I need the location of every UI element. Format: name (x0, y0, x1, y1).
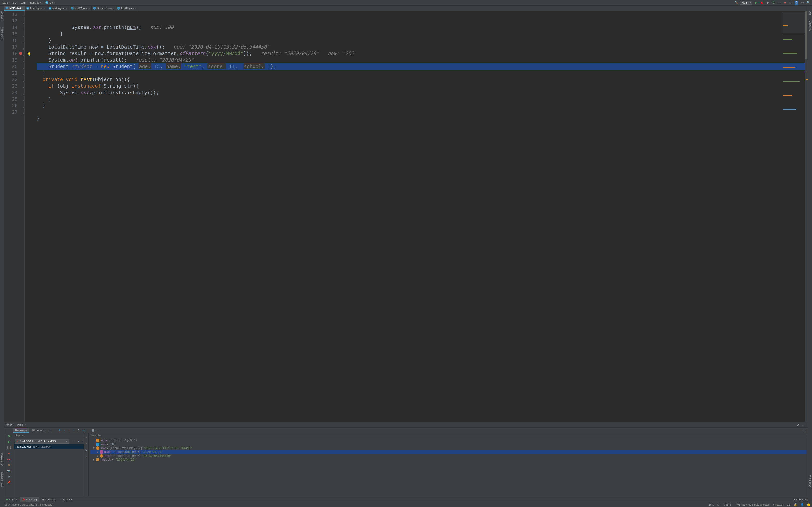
run-config-select[interactable]: Main (740, 1, 752, 5)
crumb-nasaiboy[interactable]: nasaiboy (30, 1, 41, 4)
file-tab-main[interactable]: C Main.java × (4, 6, 25, 11)
breakpoint-icon[interactable] (19, 52, 22, 55)
close-icon[interactable]: × (89, 7, 90, 10)
fold-icon[interactable]: ⊟ (23, 33, 24, 39)
run-tool-tab[interactable]: ▶ 4: Run (4, 497, 19, 502)
code-line[interactable]: LocalDateTime now = LocalDateTime.now();… (37, 44, 808, 50)
variable-row[interactable]: ▼ now = {LocalDateTime@912} "2020-04-29T… (90, 446, 806, 450)
rerun-icon[interactable]: ↻ (7, 434, 11, 438)
next-frame-icon[interactable]: ↓ (73, 440, 77, 443)
variable-row[interactable]: num = 100 (90, 442, 806, 446)
crumb-main[interactable]: Main (49, 1, 55, 4)
fold-icon[interactable]: ⊟ (23, 91, 24, 98)
editor-scrollbar[interactable] (805, 11, 808, 422)
debug-config-tab[interactable]: Main × (15, 422, 27, 427)
profile-icon[interactable]: ⏱ (771, 1, 775, 5)
code-line[interactable]: System.out.println(str.isEmpty()); (37, 89, 808, 96)
frame-row[interactable]: main:18, Main (com.nasaiboy) (14, 445, 84, 449)
variable-row[interactable]: args = {String[0]@914} (90, 439, 806, 442)
fold-icon[interactable]: ⊟ (23, 98, 24, 104)
fold-icon[interactable]: ⊟ (23, 13, 24, 19)
threads-icon[interactable]: ≡ (49, 429, 52, 432)
minimize-icon[interactable]: — (802, 423, 806, 427)
scrollbar-thumb[interactable] (806, 11, 807, 59)
database-tool[interactable]: Database (809, 20, 812, 32)
indent-status[interactable]: 4 spaces (773, 503, 784, 506)
copy-icon[interactable]: ⧉ (85, 448, 88, 451)
file-tab-test03[interactable]: C test03.java × (25, 6, 47, 11)
settings-icon[interactable]: ⚙ (796, 423, 800, 427)
code-line[interactable]: } (37, 102, 808, 109)
favorites-tool[interactable]: 2: Favorites (0, 452, 4, 467)
debug-tool-tab[interactable]: 🐞 5: Debug (20, 497, 39, 502)
crumb-com[interactable]: com (20, 1, 26, 4)
code-area[interactable]: System.out.println(num); num: 100 } } Lo… (24, 11, 808, 422)
build-icon[interactable]: 🔨 (734, 1, 738, 5)
code-line[interactable]: } (37, 31, 808, 37)
fold-icon[interactable]: ⊟ (23, 59, 24, 65)
variable-row[interactable]: ▶ result = "2020/04/29" (90, 458, 806, 462)
encoding[interactable]: UTF-8 (724, 503, 731, 506)
fold-icon[interactable]: ⊟ (23, 85, 24, 91)
code-line[interactable]: private void test(Object obj){ (37, 76, 808, 83)
evaluate-icon[interactable]: ▦ (91, 429, 95, 432)
code-line[interactable]: Student student = new Student( age: 18, … (37, 63, 808, 70)
code-line[interactable]: if (obj instanceof String str){ (37, 83, 808, 89)
inspector-icon[interactable]: 👤 (800, 503, 804, 506)
file-tab-test02[interactable]: C test02.java × (69, 6, 92, 11)
code-line[interactable] (37, 109, 808, 115)
prev-frame-icon[interactable]: ↑ (70, 440, 73, 443)
pin-icon[interactable]: 📌 (7, 481, 11, 484)
coverage-icon[interactable]: ◐ (766, 1, 769, 5)
dump-icon[interactable]: 📷 (7, 469, 11, 472)
structure-tool[interactable]: 7: Structure (0, 26, 4, 41)
up-icon[interactable]: ▲ (85, 435, 88, 439)
close-icon[interactable]: × (135, 7, 136, 10)
ide-icon[interactable]: ▭ (800, 1, 804, 5)
todo-tool-tab[interactable]: ≡ 6: TODO (58, 497, 75, 502)
expand-icon[interactable]: ▶ (96, 450, 99, 454)
code-line[interactable]: } (37, 96, 808, 102)
run-to-cursor-icon[interactable]: →| (82, 429, 85, 432)
step-into-icon[interactable]: ↓ (63, 429, 66, 432)
git-icon[interactable]: ⎇ (787, 503, 790, 506)
file-tab-student[interactable]: C Student.java × (92, 6, 116, 11)
debugger-tab[interactable]: Debugger (13, 428, 29, 433)
step-over-icon[interactable]: ⤵ (58, 429, 61, 432)
crumb-learn[interactable]: learn (2, 1, 8, 4)
stop-icon[interactable]: ■ (7, 452, 11, 455)
resume-icon[interactable]: ▶ (7, 440, 11, 444)
thread-select[interactable]: ✔ "main"@1 in …ain": RUNNING ▾ (15, 439, 69, 444)
fold-icon[interactable]: ⊟ (23, 72, 24, 78)
file-tab-test01[interactable]: C test01.java × (116, 6, 138, 11)
add-icon[interactable]: + (80, 440, 84, 443)
filter-icon[interactable]: ▼ (77, 440, 80, 443)
aws-explorer-tool[interactable]: AWS Explorer (0, 471, 4, 488)
project-tool[interactable]: 1: Project (0, 10, 4, 22)
console-tab[interactable]: ▣ Console (30, 428, 47, 433)
variable-row[interactable]: ▶ time = {LocalTime@917} "13:32:05.34445… (90, 454, 806, 458)
stop-icon[interactable]: ■ (783, 1, 787, 5)
fold-icon[interactable]: ⊟ (23, 111, 24, 117)
ide-fatal-icon[interactable]: ⬤ (807, 503, 810, 506)
translate-icon[interactable]: 文 (795, 1, 799, 5)
close-icon[interactable]: × (113, 7, 114, 10)
code-line[interactable]: System.out.println(num); num: 100 (37, 24, 808, 31)
event-log-tab[interactable]: ◔ Event Log (791, 497, 810, 502)
drop-frame-icon[interactable]: ⟳ (77, 429, 81, 432)
search-icon[interactable]: 🔍 (806, 1, 810, 5)
code-line[interactable] (37, 122, 808, 128)
ant-tool[interactable]: Ant (809, 10, 812, 16)
fold-icon[interactable]: ⊟ (23, 19, 24, 26)
crumb-src[interactable]: src (12, 1, 16, 4)
minimap[interactable] (782, 12, 806, 33)
file-tab-test04[interactable]: C test04.java × (47, 6, 69, 11)
terminal-tool-tab[interactable]: ▣ Terminal (40, 497, 57, 502)
expand-icon[interactable]: ▼ (93, 446, 95, 450)
settings-icon[interactable]: ⚙ (7, 475, 11, 478)
run-icon[interactable]: ▶ (754, 1, 758, 5)
mute-bp-icon[interactable]: ⊘ (7, 463, 11, 467)
link-icon[interactable]: ⧜ (85, 454, 88, 457)
git-icon[interactable]: ⇊ (789, 1, 793, 5)
cursor-position[interactable]: 18:1 (709, 503, 714, 506)
